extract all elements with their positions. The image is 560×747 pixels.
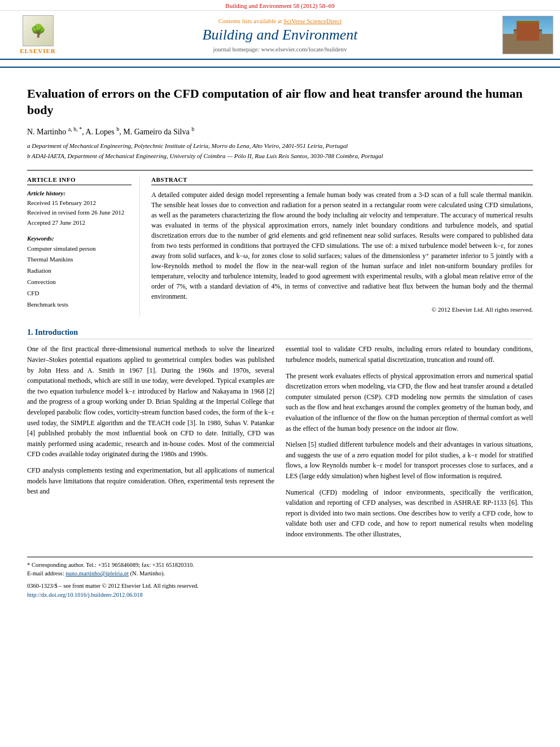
keyword-5: CFD [27,288,132,299]
keyword-2: Thermal Manikins [27,254,132,265]
article-title: Evaluation of errors on the CFD computat… [27,86,533,118]
sciverse-link: Contents lists available at SciVerse Sci… [69,18,491,24]
intro-para-5: Nielsen [5] studied different turbulence… [286,439,533,481]
email-suffix: (N. Martinho). [130,570,165,576]
journal-reference-bar: Building and Environment 58 (2012) 58–69 [0,0,560,11]
keyword-3: Radiation [27,265,132,277]
affiliations: a Department of Mechanical Engineering, … [27,141,533,161]
keyword-6: Benchmark tests [27,299,132,311]
article-info-abstract-section: ARTICLE INFO Article history: Received 1… [27,170,533,317]
email-label: E-mail address: [27,570,65,576]
contents-text: Contents lists available at [218,18,283,24]
email-note: E-mail address: nuno.martinho@ipleiria.p… [27,569,533,578]
header-divider [0,67,560,68]
sciverse-text[interactable]: SciVerse ScienceDirect [283,18,342,24]
doi-link[interactable]: http://dx.doi.org/10.1016/j.buildenv.201… [27,591,533,600]
copyright-text: © 2012 Elsevier Ltd. All rights reserved… [151,306,533,313]
affiliation-b: b ADAI-IAETA, Department of Mechanical E… [27,151,533,161]
authors-line: N. Martinho a, b, *, A. Lopes b, M. Game… [27,126,533,137]
abstract-heading: ABSTRACT [151,176,533,185]
main-content: Evaluation of errors on the CFD computat… [0,75,560,611]
article-history-section: Article history: Received 15 February 20… [27,190,132,228]
journal-homepage: journal homepage: www.elsevier.com/locat… [69,46,491,53]
intro-para-6: Numerical (CFD) modeling of indoor envir… [286,487,533,540]
building-environment-thumbnail [502,16,553,54]
abstract-text: A detailed computer aided design model r… [151,190,533,302]
received-revised-date: Received in revised form 26 June 2012 [27,208,132,218]
corresponding-author-note: * Corresponding author. Tel.: +351 96584… [27,561,533,570]
keyword-4: Convection [27,277,132,288]
intro-para-4: The present work evaluates effects of ph… [286,371,533,434]
journal-ref-text: Building and Environment 58 (2012) 58–69 [225,2,334,9]
section-1-heading: 1. Introduction [27,328,533,339]
intro-para-3: essential tool to validate CFD results, … [286,344,533,365]
abstract-panel: ABSTRACT A detailed computer aided desig… [151,176,533,317]
keywords-label: Keywords: [27,235,132,242]
keyword-1: Computer simulated person [27,243,132,255]
journal-center: Contents lists available at SciVerse Sci… [69,18,491,53]
journal-header: 🌳 ELSEVIER Contents lists available at S… [0,11,560,60]
email-link[interactable]: nuno.martinho@ipleiria.pt [65,570,129,576]
article-info-heading: ARTICLE INFO [27,176,132,185]
elsevier-logo-left: 🌳 ELSEVIER [7,15,69,54]
history-label: Article history: [27,190,132,196]
elsevier-label: ELSEVIER [20,47,56,54]
footer-notes: * Corresponding author. Tel.: +351 96584… [27,557,533,600]
section-introduction: 1. Introduction One of the first practic… [27,328,533,545]
intro-col-left: One of the first practical three-dimensi… [27,344,274,545]
intro-body-columns: One of the first practical three-dimensi… [27,344,533,545]
keywords-list: Computer simulated person Thermal Maniki… [27,243,132,311]
issn-line: 0360-1323/$ – see front matter © 2012 El… [27,582,533,591]
received-date: Received 15 February 2012 [27,198,132,208]
article-info-panel: ARTICLE INFO Article history: Received 1… [27,176,140,317]
author-names: N. Martinho a, b, *, A. Lopes b, M. Game… [27,128,194,136]
history-dates: Received 15 February 2012 Received in re… [27,198,132,228]
elsevier-tree-icon: 🌳 [23,15,54,46]
journal-title: Building and Environment [69,27,491,43]
intro-para-1: One of the first practical three-dimensi… [27,344,274,460]
journal-logo-right [491,16,553,54]
affiliation-a: a Department of Mechanical Engineering, … [27,141,533,151]
accepted-date: Accepted 27 June 2012 [27,218,132,228]
intro-col-right: essential tool to validate CFD results, … [286,344,533,545]
intro-para-2: CFD analysis complements testing and exp… [27,465,274,497]
keywords-section: Keywords: Computer simulated person Ther… [27,235,132,311]
